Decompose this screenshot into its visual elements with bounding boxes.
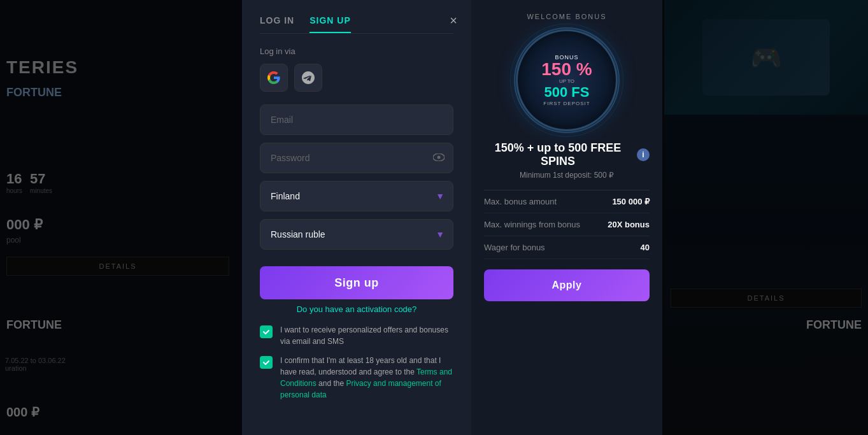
terms-checkbox-group: I confirm that I'm at least 18 years old… — [260, 355, 453, 401]
currency-select-wrapper: Russian ruble Euro USD GBP ▼ — [260, 219, 453, 250]
bonus-row-1-value: 20X bonus — [608, 220, 650, 229]
email-group — [260, 104, 453, 135]
auth-panel: LOG IN SIGN UP × Log in via — [242, 0, 471, 435]
bonus-row-0-label: Max. bonus amount — [484, 197, 557, 206]
welcome-bonus-title: WELCOME BONUS — [527, 13, 606, 20]
bonus-row-2-value: 40 — [641, 243, 650, 252]
bonus-row-0-value: 150 000 ₽ — [612, 197, 650, 206]
currency-group: Russian ruble Euro USD GBP ▼ — [260, 219, 453, 250]
bonus-headline: 150% + up to 500 FREE SPINS i — [484, 141, 650, 168]
modal-container: LOG IN SIGN UP × Log in via — [242, 0, 662, 435]
bonus-row-2: Wager for bonus 40 — [484, 236, 650, 259]
bonus-row-1-label: Max. winnings from bonus — [484, 220, 580, 229]
bonus-panel: WELCOME BONUS BONUS 150 % UP TO 500 FS F… — [471, 0, 662, 435]
tab-login[interactable]: LOG IN — [260, 15, 294, 33]
bonus-min-deposit: Minimum 1st deposit: 500 ₽ — [520, 171, 614, 180]
terms-checkbox[interactable] — [260, 356, 273, 369]
bonus-chip: BONUS 150 % UP TO 500 FS FIRST DEPOSIT — [516, 29, 618, 131]
bonus-chip-ring2 — [510, 24, 623, 137]
google-icon — [267, 71, 280, 84]
password-wrapper — [260, 143, 453, 173]
offers-checkbox-label: I want to receive personalized offers an… — [280, 324, 453, 347]
terms-checkbox-label: I confirm that I'm at least 18 years old… — [280, 355, 453, 401]
login-via-label: Log in via — [260, 46, 453, 56]
password-toggle-icon[interactable] — [433, 152, 445, 164]
activation-code-link[interactable]: Do you have an activation code? — [260, 304, 453, 314]
country-group: Finland Russia Germany France Spain ▼ — [260, 181, 453, 211]
password-field[interactable] — [260, 143, 453, 173]
offers-checkbox-group: I want to receive personalized offers an… — [260, 324, 453, 347]
telegram-icon — [302, 71, 315, 84]
country-select[interactable]: Finland Russia Germany France Spain — [260, 181, 453, 211]
email-field[interactable] — [260, 104, 453, 135]
terms-text-mid: and the — [318, 379, 346, 388]
offers-checkbox[interactable] — [260, 325, 273, 338]
svg-point-1 — [438, 156, 441, 159]
info-icon[interactable]: i — [637, 148, 650, 161]
bonus-row-2-label: Wager for bonus — [484, 243, 545, 252]
telegram-login-button[interactable] — [294, 64, 322, 92]
password-group — [260, 143, 453, 173]
bonus-row-0: Max. bonus amount 150 000 ₽ — [484, 190, 650, 213]
social-buttons — [260, 64, 453, 92]
google-login-button[interactable] — [260, 64, 288, 92]
signup-button[interactable]: Sign up — [260, 266, 453, 299]
currency-select[interactable]: Russian ruble Euro USD GBP — [260, 219, 453, 250]
tab-signup[interactable]: SIGN UP — [309, 15, 351, 33]
apply-button[interactable]: Apply — [484, 269, 650, 301]
bonus-row-1: Max. winnings from bonus 20X bonus — [484, 213, 650, 236]
bonus-table: Max. bonus amount 150 000 ₽ Max. winning… — [484, 190, 650, 259]
bonus-headline-text: 150% + up to 500 FREE SPINS — [484, 141, 632, 168]
auth-tabs: LOG IN SIGN UP — [260, 15, 453, 34]
country-select-wrapper: Finland Russia Germany France Spain ▼ — [260, 181, 453, 211]
close-button[interactable]: × — [450, 14, 457, 27]
